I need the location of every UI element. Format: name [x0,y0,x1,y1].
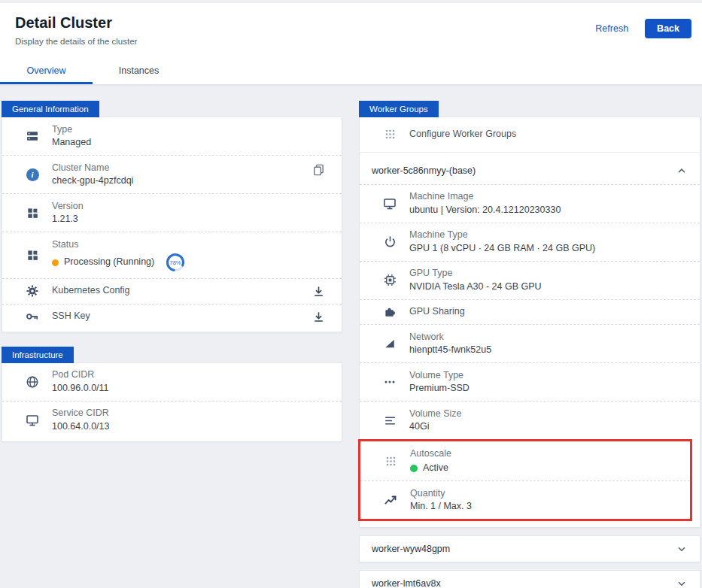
row-value: Premium-SSD [409,382,689,396]
info-icon: i [13,168,52,181]
row-value: GPU 1 (8 vCPU · 24 GB RAM · 24 GB GPU) [409,242,689,256]
row-value: 1.21.3 [52,213,331,226]
row-label: Pod CIDR [52,368,331,382]
page-title: Detail Cluster [15,14,137,32]
row-value: hienptt45-fwnk52u5 [409,344,689,357]
modules-icon [13,249,52,262]
row-value: 100.96.0.0/11 [52,382,331,396]
chevron-down-icon[interactable] [676,577,688,588]
row-cluster-name: i Cluster Name check-gpu-4pzfcdqi [2,155,342,193]
row-autoscale: Autoscale Active [360,441,690,480]
row-label: Volume Type [409,369,689,383]
row-label: Status [52,238,331,252]
grid-dots-icon [371,455,410,468]
dots-icon [370,375,409,389]
worker-group-header-expanded[interactable]: worker-5c86nmyy-(base) [360,156,700,184]
copy-icon[interactable] [312,163,331,176]
row-label: Service CIDR [52,407,331,420]
worker-group-name: worker-5c86nmyy-(base) [372,165,476,176]
row-label: Version [52,200,331,214]
progress-ring: 78% [166,253,185,272]
row-quantity: Quantity Min. 1 / Max. 3 [360,480,690,519]
active-dot [410,465,418,472]
row-value: Min. 1 / Max. 3 [410,500,679,514]
row-service-cidr: Service CIDR 100.64.0.0/13 [2,401,342,439]
row-value: Active [423,462,448,475]
chevron-up-icon[interactable] [676,165,688,177]
general-information-ribbon: General Information [2,101,99,117]
row-label: Machine Image [409,190,689,204]
trend-icon [371,493,410,507]
worker-group-header-collapsed[interactable]: worker-wyw48gpm [359,535,700,562]
row-label: GPU Sharing [409,305,689,319]
row-label: SSH Key [52,310,312,323]
row-label: Type [52,123,331,137]
grid-dots-icon [370,128,409,141]
server-icon [13,129,52,143]
gear-icon [13,284,52,298]
signal-icon [370,338,409,350]
infrastructure-ribbon: Infrastructure [2,347,74,363]
row-label: Machine Type [409,229,689,242]
row-kubernetes-config: Kubernetes Config [2,278,342,304]
row-type: Type Managed [2,117,342,155]
progress-value: 78% [170,259,181,266]
row-label: Kubernetes Config [52,284,312,298]
row-pod-cidr: Pod CIDR 100.96.0.0/11 [2,363,342,401]
infrastructure-card: Infrastructure Pod CIDR 100.96.0.0/11 [2,362,342,442]
monitor-icon [13,414,52,427]
chip-icon [370,274,409,286]
page-header: Detail Cluster Display the details of th… [0,3,702,85]
row-machine-image: Machine Image ubuntu | Version: 20.4.121… [360,184,700,223]
annotation-highlight: Autoscale Active [358,439,692,521]
row-label: Volume Size [409,408,689,421]
row-ssh-key: SSH Key [2,304,342,329]
monitor-icon [370,197,409,211]
row-version: Version 1.21.3 [2,193,342,232]
tab-overview[interactable]: Overview [0,58,93,84]
row-label: Quantity [410,487,679,501]
worker-groups-card: Worker Groups Configure Worker Groups wo… [359,117,700,528]
download-icon[interactable] [312,311,331,323]
worker-group-name: worker-wyw48gpm [372,544,450,554]
configure-label: Configure Worker Groups [409,128,516,141]
back-button[interactable]: Back [645,19,691,38]
row-value: ubuntu | Version: 20.4.12120230330 [409,204,689,217]
row-label: GPU Type [409,267,689,280]
row-volume-type: Volume Type Premium-SSD [360,362,700,401]
row-value: 100.64.0.0/13 [52,420,331,434]
download-icon[interactable] [312,285,331,298]
row-value: Managed [52,136,331,150]
status-value: Processing (Running) [64,256,154,269]
tab-bar: Overview Instances [0,58,702,84]
globe-icon [13,375,52,389]
row-label: Network [409,331,689,344]
row-volume-size: Volume Size 40Gi [360,401,700,439]
row-value: 40Gi [409,420,689,434]
row-machine-type: Machine Type GPU 1 (8 vCPU · 24 GB RAM ·… [360,223,700,261]
general-information-card: General Information Type Managed i [2,117,342,332]
power-icon [370,235,409,248]
worker-groups-ribbon: Worker Groups [359,101,439,117]
modules-icon [13,207,52,220]
row-value: check-gpu-4pzfcdqi [52,174,312,188]
puzzle-icon [370,305,409,318]
list-icon [370,414,409,427]
row-network: Network hienptt45-fwnk52u5 [360,324,700,362]
configure-worker-groups[interactable]: Configure Worker Groups [360,117,700,153]
row-label: Autoscale [410,447,679,461]
tab-instances[interactable]: Instances [93,58,185,84]
chevron-down-icon[interactable] [676,543,688,555]
worker-group-header-collapsed[interactable]: worker-lmt6av8x [359,570,700,588]
worker-group-name: worker-lmt6av8x [372,578,441,588]
refresh-button[interactable]: Refresh [591,23,633,35]
status-dot [52,259,59,266]
key-icon [13,310,52,323]
row-status: Status Processing (Running) 78% [2,232,342,278]
row-label: Cluster Name [52,162,312,175]
row-value: NVIDIA Tesla A30 - 24 GB GPU [409,280,689,294]
page-subtitle: Display the details of the cluster [15,37,137,46]
row-gpu-type: GPU Type NVIDIA Tesla A30 - 24 GB GPU [360,261,700,299]
row-gpu-sharing: GPU Sharing [360,299,700,325]
